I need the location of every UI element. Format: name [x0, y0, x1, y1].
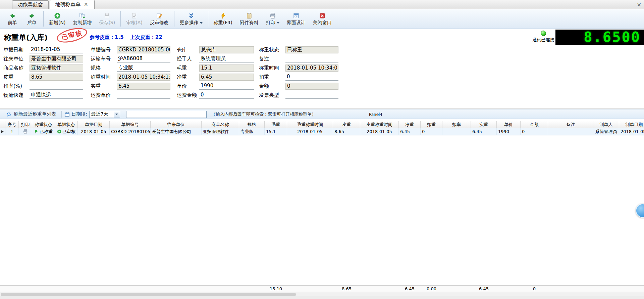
- col-header-product[interactable]: 商品名称: [202, 121, 239, 128]
- summary-row: 15.10 8.65 6.45 0.00 6.45 0: [0, 285, 644, 292]
- cell-product: 亚拓管理软件: [202, 128, 239, 135]
- col-header-gross[interactable]: 毛重: [265, 121, 287, 128]
- attachment-button[interactable]: 附件资料: [236, 10, 262, 28]
- unit-price-field[interactable]: 1990: [199, 83, 254, 90]
- tare-weigh-time-field[interactable]: 2018-01-05 10:34:13: [117, 74, 170, 81]
- cell-price: 1990: [497, 128, 521, 135]
- col-header-tare-time[interactable]: 皮重称重时间: [360, 121, 399, 128]
- print-button[interactable]: 打印: [262, 10, 283, 28]
- summary-amount: 0: [521, 286, 548, 292]
- col-header-net[interactable]: 净重: [399, 121, 421, 128]
- reverse-audit-button[interactable]: 反审修改: [146, 10, 172, 28]
- grid-header-row: 序号 打印 称重状态 单据状态 单据日期 单据编号 往来单位 商品名称 规格 毛…: [0, 121, 644, 128]
- tab-label: 地磅称重单: [55, 1, 80, 8]
- tare-field[interactable]: 8.65: [30, 74, 83, 81]
- printer-icon[interactable]: [23, 129, 28, 134]
- button-label: 关闭窗口: [313, 20, 332, 26]
- summary-cell: [151, 286, 202, 292]
- col-header-doc-date[interactable]: 单据日期: [78, 121, 110, 128]
- col-header-remark[interactable]: 备注: [548, 121, 593, 128]
- col-header-amount[interactable]: 金额: [521, 121, 548, 128]
- summary-actual: 6.45: [471, 286, 497, 292]
- invoice-type-field[interactable]: [285, 92, 338, 99]
- toolbar-separator: [61, 111, 62, 118]
- combo-dropdown-button[interactable]: [114, 111, 120, 118]
- dropdown-arrow-icon: [200, 22, 203, 24]
- tab-weighbridge-ticket[interactable]: 地磅称重单 ×: [50, 0, 95, 9]
- button-label: 反审修改: [150, 20, 169, 26]
- gross-weight-field[interactable]: 15.1: [199, 65, 254, 72]
- summary-cell: [55, 286, 78, 292]
- search-input[interactable]: [126, 111, 207, 118]
- ui-design-button[interactable]: 界面设计: [283, 10, 309, 28]
- spec-field[interactable]: 专业版: [117, 65, 170, 72]
- cell-gross: 15.1: [265, 128, 287, 135]
- actual-weight-field[interactable]: 6.45: [117, 83, 170, 90]
- button-label: 前单: [8, 20, 17, 26]
- dropdown-arrow-icon: [277, 22, 279, 24]
- deduct-rate-field[interactable]: [30, 83, 83, 90]
- freight-price-field[interactable]: [117, 92, 170, 99]
- previous-doc-button[interactable]: 前单: [3, 10, 22, 28]
- next-doc-button[interactable]: 后单: [22, 10, 42, 28]
- col-header-create-date[interactable]: 制单日期: [619, 121, 644, 128]
- col-header-seq[interactable]: 序号: [5, 121, 19, 128]
- recent-tickets-grid: 序号 打印 称重状态 单据状态 单据日期 单据编号 往来单位 商品名称 规格 毛…: [0, 121, 644, 135]
- copy-add-button[interactable]: 复制新增: [69, 10, 95, 28]
- audit-button[interactable]: 审核(A): [122, 10, 146, 28]
- cell-print[interactable]: [19, 128, 32, 135]
- tab-function-nav[interactable]: 功能导航窗: [12, 0, 49, 9]
- ticket-form: 单据日期2018-01-05 往来单位爱普生中国有限公司 商品名称亚拓管理软件 …: [0, 45, 644, 100]
- col-header-gross-time[interactable]: 毛重称重时间: [287, 121, 333, 128]
- actual-weight-label: 实重: [91, 83, 117, 89]
- logistics-field[interactable]: 申通快递: [30, 92, 83, 99]
- weigh-button[interactable]: 称重(F4): [210, 10, 236, 28]
- gross-weigh-time-field[interactable]: 2018-01-05 10:34:01: [285, 65, 338, 72]
- product-field[interactable]: 亚拓管理软件: [30, 65, 83, 72]
- col-header-doc-status[interactable]: 单据状态: [55, 121, 78, 128]
- col-header-actual[interactable]: 实重: [471, 121, 497, 128]
- summary-cell: [287, 286, 333, 292]
- col-header-weigh-status[interactable]: 称重状态: [32, 121, 55, 128]
- window-design-icon: [293, 12, 300, 20]
- refresh-list-button[interactable]: 刷新最近称重单列表: [3, 111, 59, 118]
- weigh-status-field[interactable]: 已称重: [285, 46, 338, 53]
- col-header-deduct-weight[interactable]: 扣重: [421, 121, 442, 128]
- col-header-price[interactable]: 单价: [497, 121, 521, 128]
- col-header-creator[interactable]: 制单人: [593, 121, 619, 128]
- partner-field[interactable]: 爱普生中国有限公司: [30, 55, 83, 62]
- cell-deduct-rate: [442, 128, 471, 135]
- amount-field[interactable]: 0: [285, 83, 338, 90]
- col-header-spec[interactable]: 规格: [239, 121, 265, 128]
- truck-no-field[interactable]: 沪A86008: [117, 55, 170, 62]
- horizontal-scrollbar[interactable]: [0, 292, 644, 296]
- more-actions-button[interactable]: 更多操作: [176, 10, 206, 28]
- save-icon: [104, 12, 110, 20]
- partner-label: 往来单位: [3, 56, 30, 62]
- doc-date-field[interactable]: 2018-01-05: [30, 46, 83, 53]
- scrollbar-thumb[interactable]: [1, 293, 296, 296]
- col-header-print[interactable]: 打印: [19, 121, 32, 128]
- invoice-type-label: 发票类型: [259, 92, 285, 98]
- col-header-partner[interactable]: 往来单位: [151, 121, 202, 128]
- net-weight-field[interactable]: 6.45: [199, 74, 254, 81]
- calendar-icon: [64, 112, 70, 117]
- warehouse-field[interactable]: 总仓库: [199, 46, 254, 53]
- deduct-weight-field[interactable]: 0: [285, 74, 338, 81]
- handler-field[interactable]: 系统管理员: [199, 55, 254, 62]
- close-window-button[interactable]: 关闭窗口: [309, 10, 335, 28]
- tab-close-icon[interactable]: ×: [83, 2, 89, 7]
- button-label: 保存(S): [99, 20, 115, 26]
- summary-tare: 8.65: [333, 286, 360, 292]
- add-new-button[interactable]: 新增(N): [45, 10, 69, 28]
- window-close-icon[interactable]: ×: [637, 1, 641, 8]
- date-range-select[interactable]: 最近7天: [89, 111, 120, 118]
- col-header-doc-no[interactable]: 单据编号: [110, 121, 151, 128]
- save-button[interactable]: 保存(S): [95, 10, 119, 28]
- doc-no-field[interactable]: CGRKD-20180105-0006: [117, 46, 170, 53]
- col-header-tare[interactable]: 皮重: [333, 121, 360, 128]
- table-row[interactable]: 1 已称重 已审核 2018-01-05 CGRKD-20180105-0006: [0, 128, 644, 135]
- freight-amount-field[interactable]: 0: [199, 92, 254, 99]
- col-header-deduct-rate[interactable]: 扣率: [442, 121, 471, 128]
- remark-field[interactable]: [285, 55, 338, 62]
